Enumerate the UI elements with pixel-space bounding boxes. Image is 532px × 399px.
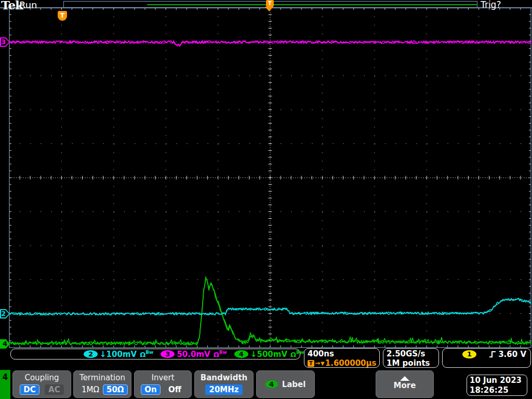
date-text: 10 Jun 2023 [470, 376, 527, 385]
trigger-status: Trig? [481, 0, 501, 10]
waveform-display [0, 0, 532, 370]
trigger-readout-box: 1 3.60 V [442, 348, 531, 368]
bandwidth-value[interactable]: 20MHz [205, 384, 242, 395]
record-trigger-position-marker[interactable]: T [268, 1, 276, 12]
bandwidth-title: Bandwidth [195, 373, 253, 382]
channel-3-termination-icon: ΩBw [212, 349, 227, 359]
timebase-scale: 400ns [308, 349, 379, 358]
label-title: Label [282, 380, 306, 389]
channel-2-marker[interactable]: 2 [0, 309, 10, 318]
record-length: 1M points [387, 358, 438, 368]
acquisition-readout-box: 2.50GS/s 1M points [383, 348, 439, 368]
channel-4-scale: ↓500mV [250, 350, 287, 359]
active-channel-tab[interactable]: 4 [0, 370, 10, 399]
trigger-flag-icon: T [308, 360, 314, 367]
more-title: More [376, 381, 433, 390]
more-button[interactable]: More [376, 370, 434, 398]
channel-2-scale: ↓100mV [100, 350, 137, 359]
trigger-level: 3.60 V [498, 350, 526, 359]
invert-off-option[interactable]: Off [165, 384, 185, 395]
horizontal-delay-readout: T → ▼ 1.600000µs [308, 358, 379, 368]
invert-on-option[interactable]: On [141, 384, 160, 395]
channel-2-readout: 2 ↓100mV ΩBw [84, 349, 153, 359]
up-triangle-icon [400, 376, 409, 381]
trigger-point-indicator[interactable]: T [58, 11, 67, 21]
channel-4-badge: 4 [234, 350, 248, 358]
expansion-point-icon: ▼ [321, 361, 325, 366]
acquisition-status: Run [19, 0, 37, 10]
datetime-display: 10 Jun 2023 18:26:25 [467, 375, 527, 396]
rising-edge-icon [489, 350, 497, 358]
trigger-down-arrow-icon [265, 7, 273, 11]
label-channel-badge: 4 [265, 380, 278, 388]
timebase-readout-box: 400ns T → ▼ 1.600000µs [304, 348, 380, 368]
channel-4-readout: 4 ↓500mV ΩBw [234, 349, 304, 359]
sample-rate: 2.50GS/s [387, 349, 438, 358]
delay-value: 1.600000µs [325, 358, 377, 368]
channel-4-termination-icon: ΩBw [289, 349, 304, 359]
oscilloscope-screen: Tek Run T Trig? T 3 2 4 2 ↓100mV ΩBw 3 5… [0, 0, 532, 399]
channel-2-badge: 2 [84, 350, 98, 358]
coupling-ac-option[interactable]: AC [45, 384, 64, 395]
channel-3-badge: 3 [161, 350, 175, 358]
invert-button[interactable]: Invert On Off [134, 370, 192, 398]
label-button[interactable]: 4 Label [256, 370, 315, 398]
termination-50ohm-option[interactable]: 50Ω [103, 384, 128, 395]
coupling-dc-option[interactable]: DC [20, 384, 39, 395]
marker-number: 4 [2, 340, 8, 348]
termination-1mohm-option[interactable]: 1MΩ [78, 384, 103, 395]
termination-button[interactable]: Termination 1MΩ 50Ω [73, 370, 131, 398]
trigger-source-badge: 1 [462, 350, 476, 358]
menu-bar: 4 Coupling DC AC Termination 1MΩ 50Ω Inv… [0, 369, 532, 399]
marker-number: 2 [0, 310, 7, 317]
trigger-flag-icon: T [266, 0, 274, 7]
coupling-button[interactable]: Coupling DC AC [12, 370, 71, 398]
coupling-title: Coupling [13, 373, 71, 382]
invert-title: Invert [135, 373, 191, 382]
channel-readout-box: 2 ↓100mV ΩBw 3 50.0mV ΩBw 4 ↓500mV ΩBw [10, 349, 300, 360]
record-waveform-line [147, 4, 477, 5]
channel-3-readout: 3 50.0mV ΩBw [161, 349, 227, 359]
channel-4-marker[interactable]: 4 [0, 339, 10, 349]
bandwidth-button[interactable]: Bandwidth 20MHz [194, 370, 254, 398]
channel-2-termination-icon: ΩBw [139, 349, 153, 359]
arrow-right-icon: → [315, 360, 320, 367]
termination-title: Termination [74, 373, 131, 382]
channel-3-scale: 50.0mV [177, 350, 210, 359]
marker-number: 3 [0, 38, 7, 46]
channel-3-marker[interactable]: 3 [0, 37, 10, 47]
time-text: 18:26:25 [470, 385, 527, 395]
